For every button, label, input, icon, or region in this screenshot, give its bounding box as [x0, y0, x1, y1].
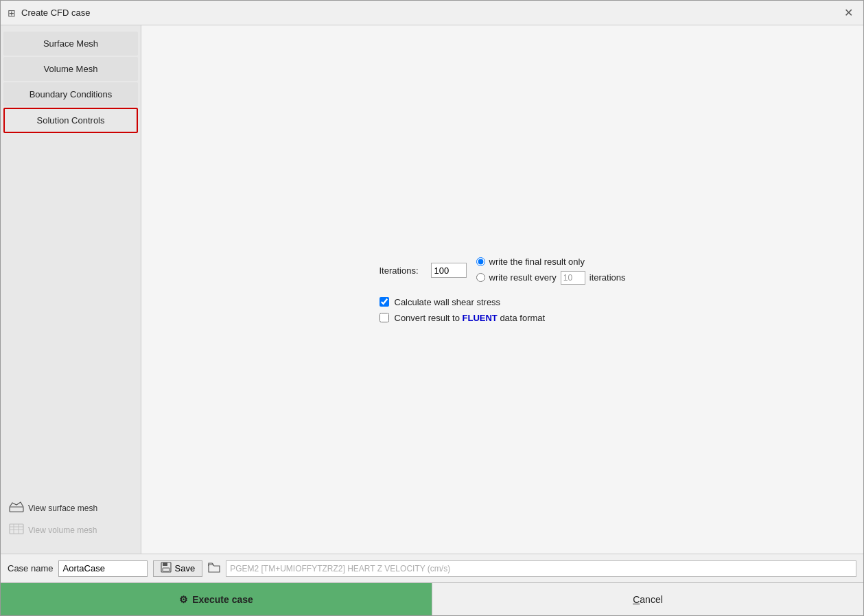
- execute-label: Execute case: [192, 594, 253, 605]
- svg-rect-8: [163, 568, 170, 571]
- app-icon: ⊞: [8, 8, 16, 19]
- action-bar: ⚙ Execute case Cancel: [1, 582, 863, 615]
- write-final-label: write the final result only: [489, 257, 585, 267]
- view-volume-mesh-label: View volume mesh: [28, 525, 97, 535]
- path-text: PGEM2 [TM+UMIOFFYTZRZ2] HEART Z VELOCITY…: [230, 564, 450, 573]
- iterations-label: Iterations:: [380, 265, 424, 276]
- cancel-button[interactable]: Cancel: [432, 583, 863, 615]
- iterations-row: Iterations: write the final result only …: [380, 257, 626, 285]
- title-bar: ⊞ Create CFD case ✕: [1, 1, 863, 25]
- iterations-input[interactable]: [431, 263, 467, 278]
- write-every-label-pre: write result every: [489, 272, 557, 283]
- convert-fluent-pre: Convert result to: [395, 313, 463, 323]
- sidebar-item-surface-mesh[interactable]: Surface Mesh: [3, 32, 138, 56]
- sidebar-bottom: View surface mesh View volume mesh: [1, 490, 141, 548]
- surface-mesh-icon: [9, 501, 24, 515]
- view-surface-mesh-action[interactable]: View surface mesh: [6, 497, 135, 519]
- save-button[interactable]: Save: [153, 560, 202, 577]
- convert-fluent-row: Convert result to FLUENT data format: [380, 313, 626, 323]
- calc-shear-label: Calculate wall shear stress: [395, 297, 501, 307]
- main-content: Surface Mesh Volume Mesh Boundary Condit…: [1, 25, 863, 554]
- close-button[interactable]: ✕: [840, 5, 856, 21]
- case-name-input[interactable]: [58, 560, 148, 577]
- write-every-row: write result every iterations: [476, 271, 626, 285]
- svg-rect-7: [163, 562, 167, 566]
- write-final-row: write the final result only: [476, 257, 626, 267]
- convert-fluent-post: data format: [498, 313, 545, 323]
- sidebar: Surface Mesh Volume Mesh Boundary Condit…: [1, 25, 141, 554]
- calc-shear-checkbox[interactable]: [380, 297, 389, 307]
- save-label: Save: [174, 563, 195, 573]
- sidebar-item-solution-controls[interactable]: Solution Controls: [3, 108, 138, 133]
- write-every-radio[interactable]: [476, 273, 485, 282]
- write-every-label-post: iterations: [589, 272, 626, 283]
- convert-fluent-label: Convert result to FLUENT data format: [395, 313, 546, 323]
- view-surface-mesh-label: View surface mesh: [28, 504, 97, 513]
- write-final-radio[interactable]: [476, 257, 485, 266]
- fluent-highlight: FLUENT: [463, 313, 498, 323]
- bottom-bar: Case name Save PGEM2 [TM+UMIOFFYTZRZ2] H…: [1, 554, 863, 582]
- main-window: ⊞ Create CFD case ✕ Surface Mesh Volume …: [0, 0, 864, 616]
- solution-controls-panel: Iterations: write the final result only …: [380, 257, 626, 323]
- open-icon: [208, 562, 220, 575]
- sidebar-item-volume-mesh[interactable]: Volume Mesh: [3, 57, 138, 81]
- svg-rect-1: [10, 524, 23, 534]
- window-title: Create CFD case: [21, 8, 90, 18]
- title-bar-left: ⊞ Create CFD case: [8, 8, 90, 19]
- execute-icon: ⚙: [179, 594, 188, 605]
- svg-rect-0: [10, 507, 23, 512]
- path-display: PGEM2 [TM+UMIOFFYTZRZ2] HEART Z VELOCITY…: [226, 560, 856, 577]
- view-volume-mesh-action: View volume mesh: [6, 519, 135, 541]
- write-every-input[interactable]: [561, 271, 585, 285]
- cancel-label: Cancel: [633, 594, 663, 605]
- save-icon: [161, 562, 172, 575]
- radio-group: write the final result only write result…: [476, 257, 626, 285]
- case-name-label: Case name: [8, 563, 53, 573]
- volume-mesh-icon: [9, 523, 24, 537]
- cancel-underline: C: [633, 594, 640, 605]
- checkbox-group: Calculate wall shear stress Convert resu…: [380, 297, 626, 323]
- execute-button[interactable]: ⚙ Execute case: [1, 583, 432, 615]
- sidebar-item-boundary-conditions[interactable]: Boundary Conditions: [3, 82, 138, 106]
- content-area: Iterations: write the final result only …: [141, 25, 863, 554]
- calc-shear-row: Calculate wall shear stress: [380, 297, 626, 307]
- convert-fluent-checkbox[interactable]: [380, 313, 389, 322]
